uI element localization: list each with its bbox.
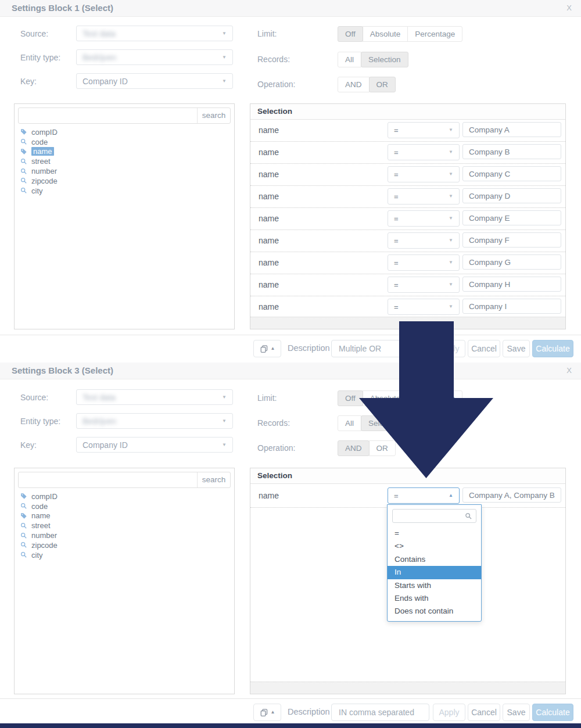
operator-select[interactable]: =▼ — [388, 122, 460, 138]
operation-or-toggle[interactable]: OR — [369, 440, 396, 456]
entity-type-select[interactable]: Bedrijven ▼ — [76, 413, 233, 429]
tree-item-number[interactable]: number — [20, 166, 231, 176]
tree-item-code[interactable]: code — [20, 137, 231, 147]
search-icon — [465, 512, 472, 520]
dropdown-option-does-not-contain[interactable]: Does not contain — [388, 605, 481, 618]
block3-header-bar: Settings Block 3 (Select) X — [0, 363, 581, 379]
apply-button[interactable]: Apply — [433, 704, 465, 721]
limit-off-toggle[interactable]: Off — [338, 26, 363, 42]
calculate-button[interactable]: Calculate — [532, 340, 573, 357]
entity-type-select[interactable]: Bedrijven ▼ — [76, 49, 233, 65]
tree-item-zipcode[interactable]: zipcode — [20, 540, 231, 550]
value-input[interactable] — [462, 166, 561, 181]
records-all-toggle[interactable]: All — [338, 415, 361, 431]
tree-search-box: search — [18, 107, 231, 124]
value-input[interactable] — [462, 232, 561, 248]
dropdown-option-not-equals[interactable]: <> — [388, 540, 481, 553]
key-select[interactable]: Company ID ▼ — [76, 73, 233, 89]
value-input[interactable] — [462, 487, 561, 503]
limit-percentage-toggle[interactable]: Percentage — [407, 390, 462, 406]
value-input[interactable] — [462, 144, 561, 159]
tree-item-name[interactable]: name — [20, 147, 231, 157]
value-input[interactable] — [462, 210, 561, 225]
key-select[interactable]: Company ID ▼ — [76, 437, 233, 453]
tree-item-label: city — [31, 551, 43, 560]
source-select[interactable]: Test data ▼ — [76, 389, 233, 405]
tree-item-zipcode[interactable]: zipcode — [20, 176, 231, 186]
operator-select[interactable]: =▼ — [388, 232, 460, 249]
chevron-down-icon: ▼ — [449, 150, 453, 155]
limit-absolute-toggle[interactable]: Absolute — [363, 26, 408, 42]
tree-item-street[interactable]: street — [20, 156, 231, 166]
records-label: Records: — [257, 52, 290, 67]
close-icon[interactable]: X — [564, 363, 574, 379]
value-input[interactable] — [462, 122, 561, 137]
tree-search-input[interactable] — [19, 108, 197, 123]
apply-button[interactable]: Apply — [433, 340, 465, 357]
tree-item-code[interactable]: code — [20, 501, 231, 511]
value-input[interactable] — [462, 188, 561, 203]
source-value: Test data — [83, 29, 116, 38]
tree-item-label: code — [31, 138, 48, 146]
value-input[interactable] — [462, 254, 561, 270]
dropdown-search-input[interactable] — [393, 512, 465, 521]
copy-dropdown-button[interactable]: ▲ — [253, 340, 281, 357]
operator-select[interactable]: =▼ — [388, 144, 460, 160]
operator-select[interactable]: =▼ — [388, 254, 460, 271]
dropdown-option-starts-with[interactable]: Starts with — [388, 579, 481, 592]
chevron-down-icon: ▼ — [449, 304, 453, 309]
save-button[interactable]: Save — [503, 340, 530, 357]
description-input[interactable] — [331, 340, 429, 357]
tree-search-button[interactable]: search — [197, 472, 230, 487]
dropdown-option-equals[interactable]: = — [388, 527, 481, 540]
limit-percentage-toggle[interactable]: Percentage — [407, 26, 462, 42]
records-selection-toggle[interactable]: Selection — [361, 415, 408, 431]
limit-absolute-toggle[interactable]: Absolute — [363, 390, 408, 406]
dropdown-option-does-not-start-with[interactable]: Does not start with — [388, 618, 481, 622]
tree-item-compid[interactable]: compID — [20, 127, 231, 137]
dropdown-option-in[interactable]: In — [388, 566, 481, 579]
close-icon[interactable]: X — [564, 0, 574, 16]
operation-and-toggle[interactable]: AND — [338, 77, 370, 92]
dropdown-option-contains[interactable]: Contains — [388, 553, 481, 566]
tree-item-compid[interactable]: compID — [20, 492, 231, 501]
operator-value: = — [394, 492, 399, 500]
operator-value: = — [394, 192, 399, 201]
source-select[interactable]: Test data ▼ — [76, 26, 233, 41]
operator-select[interactable]: =▼ — [388, 299, 460, 315]
row-field-name: name — [259, 296, 279, 318]
chevron-down-icon: ▼ — [222, 55, 227, 60]
value-input[interactable] — [462, 277, 561, 292]
cancel-button[interactable]: Cancel — [468, 704, 500, 721]
operator-value: = — [394, 214, 399, 223]
operator-select[interactable]: =▼ — [388, 277, 460, 293]
tree-item-city[interactable]: city — [20, 186, 231, 196]
copy-dropdown-button[interactable]: ▲ — [253, 704, 281, 721]
limit-off-toggle[interactable]: Off — [338, 390, 363, 406]
description-input[interactable] — [331, 704, 429, 721]
operation-or-toggle[interactable]: OR — [369, 77, 396, 92]
operator-select[interactable]: =▼ — [388, 210, 460, 227]
cancel-button[interactable]: Cancel — [468, 340, 500, 357]
operator-select[interactable]: =▼ — [388, 188, 460, 205]
save-button[interactable]: Save — [503, 704, 530, 721]
value-input[interactable] — [462, 299, 561, 314]
chevron-down-icon: ▼ — [222, 31, 227, 36]
block1-title: Settings Block 1 (Select) — [12, 0, 113, 16]
calculate-button[interactable]: Calculate — [532, 704, 573, 721]
tree-item-city[interactable]: city — [20, 550, 231, 560]
field-tree: compID code name street number — [20, 127, 231, 196]
tree-item-name[interactable]: name — [20, 511, 231, 521]
operator-select[interactable]: =▼ — [388, 166, 460, 182]
tree-search-button[interactable]: search — [197, 108, 230, 123]
tree-search-input[interactable] — [19, 472, 197, 487]
dropdown-option-ends-with[interactable]: Ends with — [388, 592, 481, 605]
operation-and-toggle[interactable]: AND — [338, 440, 370, 456]
chevron-down-icon: ▼ — [449, 260, 453, 265]
tree-item-number[interactable]: number — [20, 530, 231, 540]
operator-select-open[interactable]: =▲ — [388, 487, 460, 504]
records-all-toggle[interactable]: All — [338, 52, 361, 67]
caret-up-icon: ▲ — [449, 493, 453, 498]
tree-item-street[interactable]: street — [20, 521, 231, 530]
records-selection-toggle[interactable]: Selection — [361, 52, 408, 67]
